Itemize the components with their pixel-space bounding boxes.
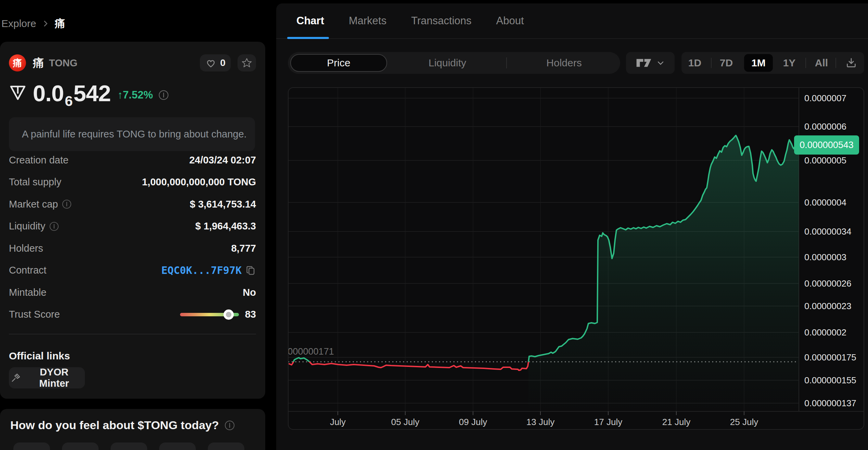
x-axis-label: 13 July: [511, 417, 570, 427]
stat-value: No: [243, 287, 256, 298]
stat-label: Mintable: [9, 287, 47, 298]
segment-divider: [506, 57, 507, 68]
trust-score-value: 83: [245, 309, 256, 320]
stat-row-mintable: Mintable No: [9, 281, 256, 304]
stat-row-market-cap: Market cap $ 3,614,753.14: [9, 193, 256, 215]
tab-transactions[interactable]: Transactions: [411, 15, 471, 27]
x-axis-label: 09 July: [444, 417, 502, 427]
dyor-minter-link[interactable]: DYOR Minter: [9, 367, 85, 388]
y-axis-label: 0.00000023: [804, 301, 863, 312]
info-icon[interactable]: [225, 420, 235, 431]
copy-icon[interactable]: [246, 265, 256, 276]
like-button[interactable]: 0: [200, 54, 231, 71]
breadcrumb: Explore 痛: [1, 16, 65, 31]
stat-row-holders: Holders 8,777: [9, 237, 256, 260]
active-tab-indicator: [287, 37, 329, 39]
price-chart[interactable]: 0.00000070.00000060.00000050.00000040.00…: [288, 87, 864, 430]
y-axis-label: 0.000000175: [804, 352, 863, 363]
y-axis-label: 0.0000005: [804, 155, 863, 166]
main-panel: Chart Markets Transactions About Price L…: [276, 3, 868, 450]
x-axis-label: 17 July: [579, 417, 637, 427]
token-avatar: 痛: [9, 54, 26, 71]
last-price-tag: 0.000000543: [794, 135, 859, 155]
dyor-minter-label: DYOR Minter: [25, 367, 83, 389]
token-stats: Creation date 24/03/24 02:07 Total suppl…: [9, 149, 256, 326]
stat-value: 1,000,000,000,000 TONG: [142, 176, 256, 188]
like-count: 0: [220, 57, 226, 68]
info-icon[interactable]: [49, 222, 59, 231]
tab-about[interactable]: About: [496, 15, 524, 27]
tradingview-logo-icon: [636, 57, 652, 69]
tab-chart[interactable]: Chart: [296, 15, 324, 27]
stat-row-total-supply: Total supply 1,000,000,000,000 TONG: [9, 171, 256, 194]
x-axis-label: 25 July: [715, 417, 773, 427]
stat-label: Liquidity: [9, 221, 45, 232]
trust-score-knob[interactable]: [224, 309, 234, 320]
sentiment-option-button[interactable]: [159, 442, 196, 450]
y-axis-label: 0.00000034: [804, 226, 863, 237]
y-axis-label: 0.00000026: [804, 278, 863, 289]
stat-label: Total supply: [9, 176, 61, 188]
download-chart-button[interactable]: [843, 57, 859, 69]
segment-holders[interactable]: Holders: [516, 52, 612, 74]
tradingview-dropdown-button[interactable]: [626, 52, 675, 74]
token-name: 痛: [33, 55, 44, 71]
timeframe-1y[interactable]: 1Y: [777, 52, 801, 74]
info-icon[interactable]: [158, 90, 169, 100]
timeframe-1m-active[interactable]: 1M: [744, 54, 773, 72]
x-axis-label: July: [309, 417, 367, 427]
section-divider: [9, 334, 256, 334]
price-digits: 542: [74, 80, 111, 106]
chart-mode-segmented-control: Price Liquidity Holders: [288, 52, 620, 74]
stat-value: $ 3,614,753.14: [190, 199, 256, 210]
y-axis-label: 0.0000002: [804, 327, 863, 338]
favorite-button[interactable]: [238, 54, 256, 71]
stat-label: Holders: [9, 243, 43, 254]
y-axis-label: 0.000000155: [804, 375, 863, 386]
breadcrumb-explore-link[interactable]: Explore: [1, 18, 36, 29]
stat-label: Market cap: [9, 199, 58, 210]
timeframe-1d[interactable]: 1D: [683, 52, 707, 74]
token-header: 痛 痛 TONG 0: [9, 54, 256, 72]
token-overview-card: 痛 痛 TONG 0 0.06542: [0, 42, 265, 399]
sentiment-option-button[interactable]: [208, 442, 244, 450]
tab-markets[interactable]: Markets: [349, 15, 386, 27]
price-change-badge: ↑7.52%: [117, 89, 153, 101]
x-axis-label: 21 July: [647, 417, 705, 427]
x-axis-label: 05 July: [376, 417, 434, 427]
tab-bar: Chart Markets Transactions About: [276, 3, 868, 39]
segment-liquidity[interactable]: Liquidity: [399, 52, 495, 74]
timeframe-divider: [711, 58, 712, 68]
timeframe-7d[interactable]: 7D: [714, 52, 738, 74]
token-page: Explore 痛 痛 痛 TONG 0: [0, 0, 868, 450]
segment-price[interactable]: Price: [290, 54, 387, 72]
star-icon: [241, 57, 252, 68]
stat-label: Creation date: [9, 155, 68, 166]
sentiment-card: How do you feel about $TONG today?: [0, 409, 265, 450]
token-avatar-glyph: 痛: [13, 57, 22, 69]
chevron-down-icon: [656, 59, 665, 67]
y-axis-label: 0.0000006: [804, 121, 863, 132]
sentiment-option-button[interactable]: [111, 442, 147, 450]
price-chart-canvas[interactable]: [289, 88, 864, 430]
y-axis-label: 0.000000137: [804, 398, 863, 409]
token-description: A painful life requires TONG to bring ab…: [9, 117, 255, 151]
token-ticker: TONG: [49, 57, 77, 69]
stat-label: Contract: [9, 265, 47, 276]
sentiment-option-button[interactable]: [62, 442, 99, 450]
info-icon[interactable]: [62, 199, 72, 209]
breadcrumb-current: 痛: [55, 16, 65, 31]
contract-address-link[interactable]: EQC0K...7F97K: [161, 264, 242, 276]
sentiment-option-button[interactable]: [13, 442, 50, 450]
stat-row-contract: Contract EQC0K...7F97K: [9, 260, 256, 282]
trust-score-slider[interactable]: [180, 313, 239, 316]
timeframe-all[interactable]: All: [809, 52, 833, 74]
stat-value: 8,777: [231, 243, 256, 254]
ton-logo-icon: [10, 85, 26, 101]
price-subscript: 6: [65, 93, 72, 109]
sentiment-heading: How do you feel about $TONG today?: [10, 419, 235, 432]
stat-label: Trust Score: [9, 309, 60, 320]
token-price: 0.06542: [33, 80, 111, 106]
y-axis-label: 0.0000007: [804, 93, 863, 104]
download-icon: [846, 57, 857, 68]
